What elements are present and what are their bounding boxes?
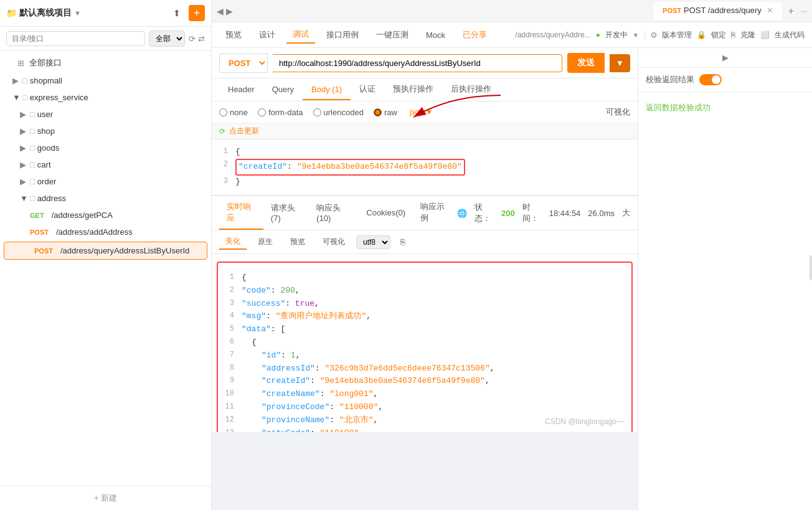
search-bar: 全部 ⟳ ⇄: [0, 27, 211, 51]
url-bar: POST 发送 ▼: [212, 48, 638, 78]
tab-post-address[interactable]: POST POST /address/query ✕: [654, 2, 782, 20]
refresh-btn[interactable]: 点击更新: [229, 126, 259, 136]
radio-raw[interactable]: raw: [374, 108, 397, 117]
response-status: 🌐 状态： 200 时间： 18:44:54 26.0ms 大: [457, 202, 630, 224]
settings-icon[interactable]: ⇄: [198, 34, 205, 44]
toolbar-design-btn[interactable]: 设计: [253, 27, 281, 43]
folder-icon: □: [30, 177, 35, 186]
radio-none[interactable]: none: [219, 108, 248, 117]
tab-more-btn[interactable]: ···: [800, 6, 807, 16]
tab-prev-btn[interactable]: ◀: [217, 6, 224, 16]
tab-add-btn[interactable]: +: [783, 3, 799, 19]
tree-item-shopmall[interactable]: ▶ □ shopmall: [0, 72, 211, 89]
toolbar-share-btn[interactable]: 已分享: [456, 27, 493, 43]
globe-icon: 🌐: [457, 209, 467, 218]
req-tab-preexec[interactable]: 预执行操作: [384, 78, 442, 101]
tree-item-user[interactable]: ▶ □ user: [0, 106, 211, 123]
tree-item-goods[interactable]: ▶ □ goods: [0, 139, 211, 156]
search-input[interactable]: [6, 31, 145, 46]
tree-item-all[interactable]: ⊞ 全部接口: [0, 54, 211, 72]
chevron-down-icon: ▼: [74, 9, 81, 17]
tab-bar: ◀ ▶ POST POST /address/query ✕ + ···: [212, 0, 812, 22]
tree-item-queryaddress[interactable]: POST /address/queryAddressListByUserId: [4, 242, 207, 260]
response-duration: 26.0ms: [588, 209, 615, 218]
tree-item-getpca[interactable]: GET /address/getPCA: [0, 207, 211, 224]
resp-tab-reqheader[interactable]: 请求头(7): [263, 197, 309, 229]
folder-icon: □: [22, 76, 27, 85]
upload-icon[interactable]: ⬆: [169, 5, 185, 21]
tree-item-cart[interactable]: ▶ □ cart: [0, 156, 211, 173]
add-button[interactable]: +: [189, 5, 205, 21]
toolbar-debug-btn[interactable]: 调试: [286, 26, 315, 44]
tree-item-order[interactable]: ▶ □ order: [0, 173, 211, 190]
tab-close-icon[interactable]: ✕: [767, 6, 773, 15]
toolbar-mock-btn[interactable]: Mock: [420, 28, 451, 42]
tree-item-express[interactable]: ▼ □ express_service: [0, 89, 211, 106]
visual-btn[interactable]: 可视化: [606, 106, 630, 118]
lock-btn[interactable]: 锁定: [711, 30, 726, 40]
clone-btn[interactable]: 克隆: [740, 30, 755, 40]
raw-btn[interactable]: 原生: [252, 235, 279, 249]
resp-tab-example[interactable]: 响应示例: [413, 196, 457, 230]
status-code: 200: [501, 209, 515, 218]
tree-item-addaddress[interactable]: POST /address/addAddress: [0, 224, 211, 240]
version-mgr-btn[interactable]: 版本管理: [662, 30, 692, 40]
resp-line-13: 13 "cityCode": "110100",: [218, 427, 631, 432]
toolbar-oneclick-btn[interactable]: 一键压测: [370, 27, 415, 43]
env-display[interactable]: 开发中: [605, 30, 628, 40]
content-area: POST 发送 ▼ Header Query Body (1) 认证 预执行操作…: [212, 48, 812, 510]
resp-tab-respheader[interactable]: 响应头(10): [309, 197, 359, 229]
expand-icon: ▶: [20, 110, 27, 119]
sidebar-title: 📁 默认离线项目 ▼: [6, 7, 81, 19]
tab-method: POST: [663, 7, 681, 14]
tab-label: POST /address/query: [684, 6, 762, 15]
url-input[interactable]: [273, 54, 562, 72]
response-body[interactable]: 1 { 2 "code": 200,: [212, 254, 638, 432]
beautify-btn[interactable]: 美化: [219, 234, 247, 250]
req-tab-header[interactable]: Header: [219, 80, 263, 100]
copy-btn[interactable]: ⎘: [395, 235, 410, 248]
toolbar-example-btn[interactable]: 接口用例: [320, 27, 365, 43]
req-code-line-2: 2 "createId": "9e14ebba3be0ae546374e8f5a…: [212, 159, 638, 176]
toolbar-preview-btn[interactable]: 预览: [219, 27, 248, 43]
expand-icon: ▶: [20, 177, 27, 186]
expand-panel-icon[interactable]: ▶: [722, 53, 729, 62]
sidebar-header: 📁 默认离线项目 ▼ ⬆ +: [0, 0, 211, 27]
visualize-btn[interactable]: 可视化: [316, 235, 351, 249]
expand-icon: ▶: [12, 76, 20, 85]
resp-line-2: 2 "code": 200,: [218, 285, 631, 298]
refresh-icon[interactable]: ⟳: [189, 34, 196, 44]
verify-toggle-switch[interactable]: [699, 74, 722, 85]
resp-tab-realtime[interactable]: 实时响应: [219, 196, 263, 230]
folder-icon: □: [30, 110, 35, 119]
tree-item-shop[interactable]: ▶ □ shop: [0, 123, 211, 139]
req-tab-auth[interactable]: 认证: [351, 78, 384, 101]
resp-line-4: 4 "msg": "查询用户地址列表成功",: [218, 310, 631, 323]
req-tab-query[interactable]: Query: [263, 80, 303, 100]
send-dropdown-btn[interactable]: ▼: [610, 54, 630, 72]
method-post-active: POST: [32, 247, 55, 255]
req-tab-postexec[interactable]: 后执行操作: [442, 78, 500, 101]
tab-next-btn[interactable]: ▶: [226, 6, 233, 16]
response-toolbar: 美化 原生 预览 可视化 utf8 ⎘: [212, 230, 638, 254]
radio-group: none form-data urlencoded raw json ▼: [219, 108, 433, 117]
tree-item-address[interactable]: ▼ □ address: [0, 190, 211, 207]
resp-tab-cookies[interactable]: Cookies(0): [359, 203, 413, 224]
preview-btn[interactable]: 预览: [284, 235, 311, 249]
new-button[interactable]: + 新建: [0, 486, 211, 510]
resp-line-6: 6 {: [218, 336, 631, 349]
resp-line-3: 3 "success": true,: [218, 298, 631, 311]
encoding-select[interactable]: utf8: [356, 235, 390, 249]
send-button[interactable]: 发送: [567, 53, 605, 73]
radio-urlencoded[interactable]: urlencoded: [313, 108, 364, 117]
json-type-btn[interactable]: json ▼: [410, 108, 433, 116]
generate-btn[interactable]: 生成代码: [775, 30, 805, 40]
expand-icon: ▼: [20, 194, 27, 203]
search-scope-select[interactable]: 全部: [149, 31, 185, 47]
verify-result: 返回数据校验成功: [638, 92, 812, 123]
method-select[interactable]: POST: [219, 54, 268, 73]
clock-icon: ⊙: [651, 31, 657, 39]
resp-line-9: 9 "createId": "9e14ebba3be0ae546374e8f5a…: [218, 375, 631, 388]
req-tab-body[interactable]: Body (1): [303, 80, 351, 100]
radio-formdata[interactable]: form-data: [258, 108, 303, 117]
